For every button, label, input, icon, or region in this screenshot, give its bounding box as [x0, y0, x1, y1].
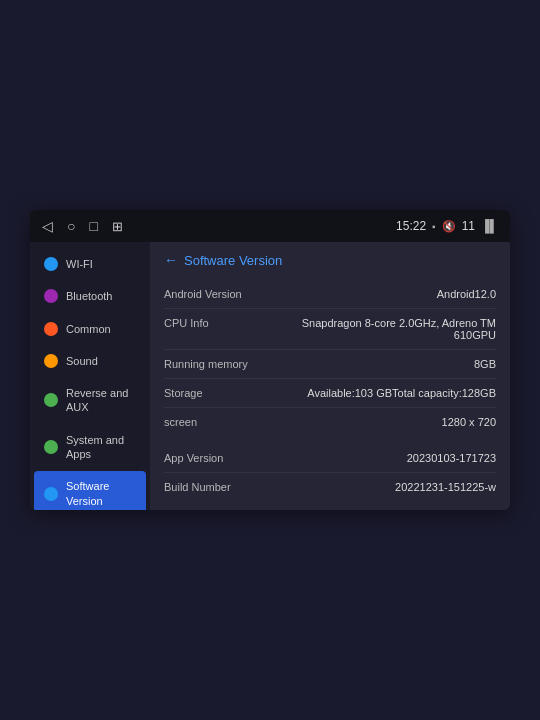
home-nav-icon[interactable]: ○ — [67, 218, 75, 234]
info-value-0: Android12.0 — [437, 288, 496, 300]
sidebar-item-label-reverse-aux: Reverse and AUX — [66, 386, 136, 415]
time-display: 15:22 — [396, 219, 426, 233]
sidebar: WI-FIBluetoothCommonSoundReverse and AUX… — [30, 242, 150, 510]
back-button[interactable]: ← — [164, 252, 178, 268]
info-row2-0: App Version20230103-171723 — [164, 444, 496, 473]
screen-cast-icon[interactable]: ⊞ — [112, 219, 123, 234]
main-content: WI-FIBluetoothCommonSoundReverse and AUX… — [30, 242, 510, 510]
info-label2-1: Build Number — [164, 481, 254, 493]
sidebar-item-label-system-apps: System and Apps — [66, 433, 136, 462]
content-title: Software Version — [184, 253, 282, 268]
info-label-3: Storage — [164, 387, 254, 399]
sidebar-item-reverse-aux[interactable]: Reverse and AUX — [34, 378, 146, 423]
sidebar-item-label-sound: Sound — [66, 354, 98, 368]
info-rows-section1: Android VersionAndroid12.0CPU InfoSnapdr… — [164, 280, 496, 436]
system-apps-icon — [44, 440, 58, 454]
sidebar-item-software-version[interactable]: Software Version — [34, 471, 146, 510]
signal-icon: ▪ — [432, 221, 436, 232]
status-bar-right: 15:22 ▪ 🔇 11 ▐▌ — [396, 219, 498, 233]
info-value-2: 8GB — [474, 358, 496, 370]
sidebar-item-wifi[interactable]: WI-FI — [34, 249, 146, 279]
bluetooth-icon — [44, 289, 58, 303]
reverse-aux-icon — [44, 393, 58, 407]
info-row-0: Android VersionAndroid12.0 — [164, 280, 496, 309]
info-value-1: Snapdragon 8-core 2.0GHz, Adreno TM 610G… — [296, 317, 496, 341]
info-label2-0: App Version — [164, 452, 254, 464]
info-row-3: StorageAvailable:103 GBTotal capacity:12… — [164, 379, 496, 408]
back-nav-icon[interactable]: ◁ — [42, 218, 53, 234]
sidebar-item-label-wifi: WI-FI — [66, 257, 93, 271]
info-label-1: CPU Info — [164, 317, 254, 329]
sidebar-item-label-common: Common — [66, 322, 111, 336]
sidebar-item-system-apps[interactable]: System and Apps — [34, 425, 146, 470]
battery-icon: ▐▌ — [481, 219, 498, 233]
sidebar-item-common[interactable]: Common — [34, 314, 146, 344]
info-label-4: screen — [164, 416, 254, 428]
info-rows-section2: App Version20230103-171723Build Number20… — [164, 444, 496, 501]
sidebar-item-label-software-version: Software Version — [66, 479, 136, 508]
status-bar: ◁ ○ □ ⊞ 15:22 ▪ 🔇 11 ▐▌ — [30, 210, 510, 242]
wifi-icon — [44, 257, 58, 271]
info-row-1: CPU InfoSnapdragon 8-core 2.0GHz, Adreno… — [164, 309, 496, 350]
sidebar-item-sound[interactable]: Sound — [34, 346, 146, 376]
section-divider — [164, 436, 496, 444]
device-frame: ◁ ○ □ ⊞ 15:22 ▪ 🔇 11 ▐▌ WI-FIBluetoothCo… — [30, 210, 510, 510]
info-label-2: Running memory — [164, 358, 254, 370]
common-icon — [44, 322, 58, 336]
mute-icon: 🔇 — [442, 220, 456, 233]
info-value2-0: 20230103-171723 — [407, 452, 496, 464]
info-row-2: Running memory8GB — [164, 350, 496, 379]
info-value2-1: 20221231-151225-w — [395, 481, 496, 493]
sound-icon — [44, 354, 58, 368]
recents-nav-icon[interactable]: □ — [89, 218, 97, 234]
info-value-3: Available:103 GBTotal capacity:128GB — [307, 387, 496, 399]
info-row2-1: Build Number20221231-151225-w — [164, 473, 496, 501]
volume-display: 11 — [462, 219, 475, 233]
software-version-icon — [44, 487, 58, 501]
status-bar-left: ◁ ○ □ ⊞ — [42, 218, 123, 234]
sidebar-item-label-bluetooth: Bluetooth — [66, 289, 112, 303]
info-label-0: Android Version — [164, 288, 254, 300]
info-row-4: screen1280 x 720 — [164, 408, 496, 436]
content-header: ← Software Version — [164, 252, 496, 268]
sidebar-item-bluetooth[interactable]: Bluetooth — [34, 281, 146, 311]
info-value-4: 1280 x 720 — [442, 416, 496, 428]
content-panel: ← Software Version Android VersionAndroi… — [150, 242, 510, 510]
